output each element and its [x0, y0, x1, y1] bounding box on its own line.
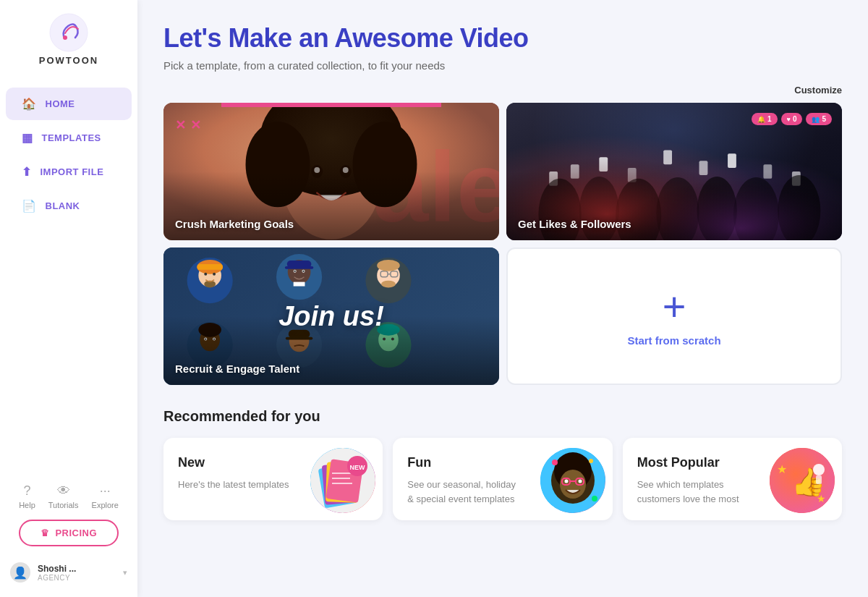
- page-title: Let's Make an Awesome Video: [163, 23, 842, 54]
- social-badge-users: 👥 5: [806, 113, 832, 125]
- x-marks: ✕ ✕: [175, 117, 201, 133]
- sidebar: POWTOON 🏠 HOME ▦ TEMPLATES ⬆ IMPORT FILE…: [0, 0, 137, 597]
- templates-icon: ▦: [22, 131, 33, 145]
- rec-popular-image: 👍 ★ ★: [770, 448, 835, 513]
- rec-fun-desc: See our seasonal, holiday & special even…: [407, 478, 523, 506]
- help-row: ? Help 👁 Tutorials ··· Explore: [19, 483, 119, 509]
- svg-point-94: [813, 464, 825, 475]
- crush-card-label: Crush Marketing Goals: [175, 218, 294, 230]
- sidebar-item-templates[interactable]: ▦ TEMPLATES: [6, 122, 132, 154]
- svg-rect-95: [816, 475, 822, 484]
- nav-menu: 🏠 HOME ▦ TEMPLATES ⬆ IMPORT FILE 📄 BLANK: [0, 86, 137, 476]
- tutorials-icon: 👁: [57, 483, 70, 499]
- users-icon: 👥: [812, 116, 820, 123]
- explore-label: Explore: [92, 501, 119, 509]
- help-button[interactable]: ? Help: [19, 483, 35, 509]
- svg-point-89: [589, 459, 593, 463]
- svg-text:★: ★: [777, 463, 787, 475]
- logo-area: POWTOON: [39, 13, 98, 66]
- pricing-label: PRICING: [55, 528, 97, 538]
- scratch-label[interactable]: Start from scratch: [627, 334, 720, 347]
- svg-text:★: ★: [817, 493, 826, 504]
- rec-fun-image: [540, 448, 605, 513]
- pricing-icon: ♛: [41, 528, 50, 538]
- help-icon: ?: [23, 483, 30, 499]
- explore-icon: ···: [100, 483, 111, 499]
- badge-count-2: 0: [793, 115, 797, 123]
- svg-point-0: [50, 14, 88, 51]
- social-badge-notification: 🔔 1: [752, 113, 778, 125]
- svg-point-88: [552, 460, 558, 465]
- tutorials-button[interactable]: 👁 Tutorials: [48, 483, 79, 509]
- customize-link[interactable]: Customize: [163, 85, 842, 96]
- template-card-recruit[interactable]: Join us! Recruit & Engage Talent: [163, 247, 499, 385]
- main-content: Let's Make an Awesome Video Pick a templ…: [137, 0, 868, 597]
- rec-popular-desc: See which templates customers love the m…: [637, 478, 753, 506]
- heart-icon: ♥: [787, 116, 791, 123]
- template-card-scratch[interactable]: + Start from scratch: [506, 247, 842, 385]
- svg-point-90: [592, 496, 597, 501]
- tutorials-label: Tutorials: [48, 501, 79, 509]
- pricing-button[interactable]: ♛ PRICING: [19, 520, 119, 546]
- svg-point-86: [564, 480, 568, 483]
- user-info: Shoshi ... AGENCY: [38, 564, 116, 582]
- user-profile[interactable]: 👤 Shoshi ... AGENCY ▾: [0, 556, 137, 591]
- social-badges: 🔔 1 ♥ 0 👥 5: [752, 113, 832, 125]
- blank-icon: 📄: [22, 199, 37, 213]
- scratch-plus: +: [663, 287, 686, 327]
- sidebar-item-home-label: HOME: [46, 98, 75, 109]
- svg-point-87: [578, 480, 582, 483]
- sidebar-bottom: ? Help 👁 Tutorials ··· Explore ♛ PRICING…: [0, 476, 137, 597]
- sidebar-item-blank-label: BLANK: [46, 200, 80, 211]
- likes-card-label: Get Likes & Followers: [518, 218, 631, 230]
- rec-new-image: NEW: [310, 448, 375, 513]
- help-label: Help: [19, 501, 35, 509]
- home-icon: 🏠: [22, 97, 37, 111]
- recommended-grid: New Here's the latest templates NEW: [163, 438, 842, 520]
- badge-count-1: 1: [767, 115, 772, 123]
- svg-point-1: [63, 35, 67, 40]
- avatar-icon: 👤: [13, 566, 27, 580]
- sidebar-item-import-file[interactable]: ⬆ IMPORT FILE: [6, 156, 132, 188]
- user-role: AGENCY: [38, 574, 116, 582]
- sidebar-item-home[interactable]: 🏠 HOME: [6, 88, 132, 120]
- sidebar-item-import-label: IMPORT FILE: [41, 166, 104, 177]
- x-mark-1: ✕: [175, 117, 186, 133]
- logo-text: POWTOON: [39, 55, 98, 66]
- rec-new-desc: Here's the latest templates: [178, 478, 294, 492]
- template-grid: Sale: [163, 103, 842, 385]
- social-badge-heart: ♥ 0: [781, 113, 803, 125]
- avatar: 👤: [10, 562, 30, 583]
- x-mark-2: ✕: [190, 117, 201, 133]
- join-text: Join us!: [278, 302, 384, 330]
- recruit-card-label: Recruit & Engage Talent: [175, 363, 299, 375]
- page-subtitle: Pick a template, from a curated collecti…: [163, 59, 842, 72]
- template-card-likes[interactable]: 🔔 1 ♥ 0 👥 5 Get Likes & Followers: [506, 103, 842, 240]
- rec-card-fun[interactable]: Fun See our seasonal, holiday & special …: [393, 438, 612, 520]
- badge-count-3: 5: [822, 115, 826, 123]
- pink-bar: [221, 103, 441, 107]
- recommended-title: Recommended for you: [163, 408, 842, 425]
- sidebar-item-blank[interactable]: 📄 BLANK: [6, 190, 132, 222]
- powtoon-logo-icon: [49, 13, 88, 52]
- template-card-crush[interactable]: Sale: [163, 103, 499, 240]
- rec-card-new[interactable]: New Here's the latest templates NEW: [163, 438, 383, 520]
- join-text-content: Join us!: [278, 301, 384, 331]
- notification-icon: 🔔: [757, 116, 765, 123]
- sidebar-item-templates-label: TEMPLATES: [42, 132, 101, 143]
- user-name: Shoshi ...: [38, 564, 116, 574]
- svg-text:NEW: NEW: [350, 464, 366, 471]
- rec-card-popular[interactable]: Most Popular See which templates custome…: [623, 438, 842, 520]
- import-icon: ⬆: [22, 165, 32, 179]
- explore-button[interactable]: ··· Explore: [92, 483, 119, 509]
- chevron-down-icon: ▾: [123, 568, 127, 577]
- customize-label: Customize: [794, 85, 842, 96]
